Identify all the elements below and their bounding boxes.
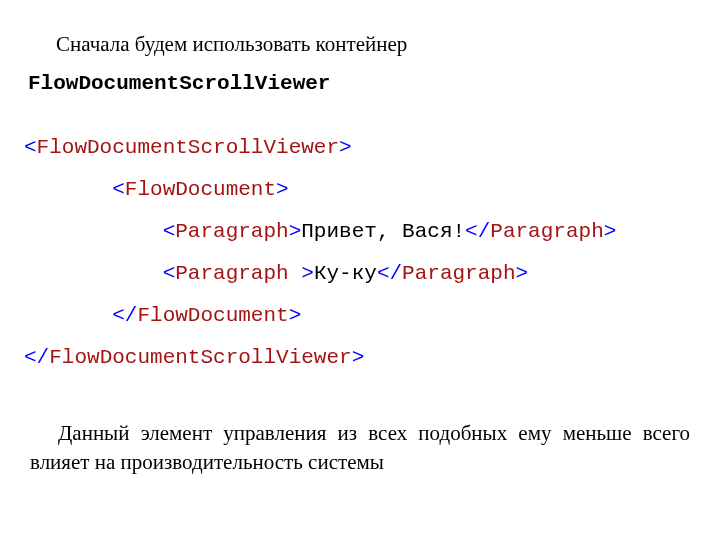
indent (24, 304, 112, 327)
outro-text: Данный элемент управления из всех подобн… (28, 419, 692, 476)
indent (24, 178, 112, 201)
code-text: Привет, Вася! (301, 220, 465, 243)
angle-bracket: </ (24, 346, 49, 369)
angle-bracket: < (24, 136, 37, 159)
angle-bracket: < (163, 220, 176, 243)
xml-tag: FlowDocument (125, 178, 276, 201)
angle-bracket: > (339, 136, 352, 159)
angle-bracket: > (276, 178, 289, 201)
code-block: <FlowDocumentScrollViewer> <FlowDocument… (24, 127, 692, 379)
intro-text: Сначала будем использовать контейнер (28, 30, 692, 58)
angle-bracket: > (301, 262, 314, 285)
code-line-1: <FlowDocumentScrollViewer> (24, 136, 352, 159)
angle-bracket: </ (112, 304, 137, 327)
indent (24, 220, 163, 243)
xml-tag: Paragraph (490, 220, 603, 243)
document-page: Сначала будем использовать контейнер Flo… (0, 0, 720, 496)
xml-tag: Paragraph (402, 262, 515, 285)
angle-bracket: > (352, 346, 365, 369)
code-line-3: <Paragraph>Привет, Вася!</Paragraph> (24, 220, 616, 243)
angle-bracket: > (289, 220, 302, 243)
angle-bracket: < (112, 178, 125, 201)
angle-bracket: </ (465, 220, 490, 243)
xml-tag: Paragraph (175, 220, 288, 243)
xml-tag: Paragraph (175, 262, 301, 285)
xml-tag: FlowDocumentScrollViewer (37, 136, 339, 159)
angle-bracket: > (604, 220, 617, 243)
code-line-5: </FlowDocument> (24, 304, 301, 327)
xml-tag: FlowDocument (137, 304, 288, 327)
xml-tag: FlowDocumentScrollViewer (49, 346, 351, 369)
code-text: Ку-ку (314, 262, 377, 285)
angle-bracket: < (163, 262, 176, 285)
angle-bracket: > (289, 304, 302, 327)
angle-bracket: </ (377, 262, 402, 285)
indent (24, 262, 163, 285)
code-line-6: </FlowDocumentScrollViewer> (24, 346, 364, 369)
angle-bracket: > (516, 262, 529, 285)
code-line-2: <FlowDocument> (24, 178, 289, 201)
container-name-heading: FlowDocumentScrollViewer (28, 72, 692, 95)
code-line-4: <Paragraph >Ку-ку</Paragraph> (24, 262, 528, 285)
